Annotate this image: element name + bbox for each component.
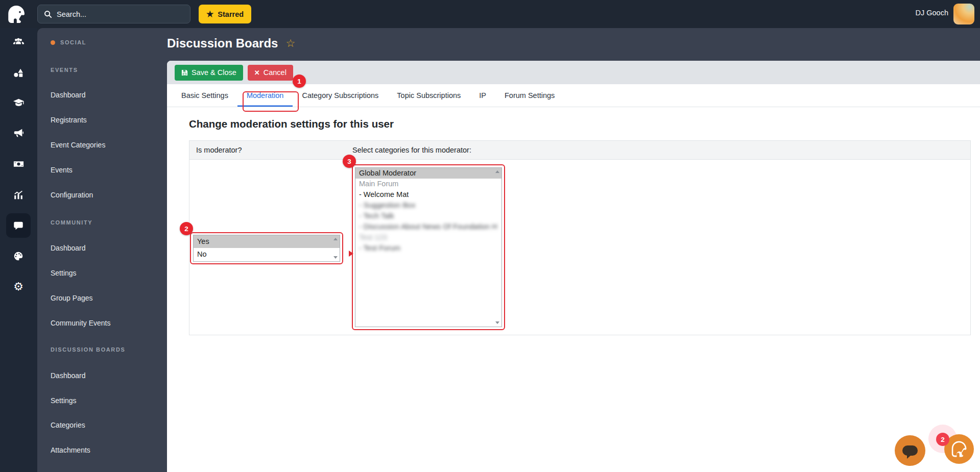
- sidebar-item-community-events[interactable]: Community Events: [51, 317, 110, 329]
- sidebar-item-community-dashboard[interactable]: Dashboard: [51, 242, 86, 254]
- tab-moderation[interactable]: Moderation: [237, 84, 293, 107]
- option-blurred-1[interactable]: - Suggestion Box: [355, 200, 501, 211]
- elephant-logo-icon: [6, 4, 27, 25]
- option-yes[interactable]: Yes: [194, 235, 340, 248]
- option-blurred-4[interactable]: Test 123: [355, 232, 501, 243]
- save-close-button[interactable]: Save & Close: [175, 65, 243, 81]
- option-main-forum[interactable]: Main Forum: [355, 179, 501, 189]
- option-blurred-5[interactable]: - Test Forum: [355, 243, 501, 254]
- option-no[interactable]: No: [194, 248, 340, 261]
- favorite-star-icon[interactable]: ☆: [285, 37, 295, 49]
- palette-icon[interactable]: [8, 246, 29, 266]
- search-box: [37, 5, 190, 23]
- sidebar-item-db-dashboard[interactable]: Dashboard: [51, 369, 86, 382]
- sidebar-section-label: SOCIAL: [60, 39, 86, 45]
- option-welcome-mat[interactable]: - Welcome Mat: [355, 189, 501, 200]
- chat-widget-button[interactable]: [895, 435, 925, 466]
- page-title-row: Discussion Boards ☆: [167, 36, 295, 51]
- user-name: DJ Gooch: [916, 9, 948, 17]
- search-input[interactable]: [57, 10, 184, 18]
- option-global-moderator[interactable]: Global Moderator: [355, 168, 501, 179]
- sidebar-item-db-categories[interactable]: Categories: [51, 419, 85, 431]
- tab-basic-settings[interactable]: Basic Settings: [172, 84, 237, 107]
- main-area: SOCIAL EVENTS Dashboard Registrants Even…: [37, 28, 980, 472]
- users-icon[interactable]: [8, 32, 29, 52]
- money-icon[interactable]: [8, 154, 29, 174]
- chat-bubble-icon: [902, 445, 918, 456]
- col-header-select-categories: Select categories for this moderator:: [346, 141, 970, 159]
- star-icon: ★: [206, 9, 213, 19]
- search-icon: [44, 10, 52, 18]
- close-icon: ✕: [254, 69, 260, 77]
- megaphone-icon[interactable]: [8, 123, 29, 143]
- content-panel: Save & Close ✕ Cancel Basic Settings Mod…: [167, 61, 980, 472]
- sidebar-item-configuration[interactable]: Configuration: [51, 189, 93, 201]
- tab-forum-settings[interactable]: Forum Settings: [495, 84, 564, 107]
- gear-icon[interactable]: ⚙: [8, 277, 29, 297]
- cancel-button[interactable]: ✕ Cancel: [248, 65, 293, 81]
- scroll-down-arrow[interactable]: [495, 321, 499, 324]
- sidebar-section-events: EVENTS: [51, 64, 78, 76]
- orange-dot-icon: [51, 40, 55, 45]
- tab-ip[interactable]: IP: [470, 84, 495, 107]
- col-header-is-moderator: Is moderator?: [189, 141, 346, 159]
- tab-category-subscriptions[interactable]: Category Subscriptions: [293, 84, 388, 107]
- chat-unread-badge: 2: [936, 433, 949, 446]
- chat-icon[interactable]: [8, 215, 29, 236]
- shapes-icon[interactable]: [8, 63, 29, 83]
- tab-topic-subscriptions[interactable]: Topic Subscriptions: [388, 84, 470, 107]
- starred-label: Starred: [218, 10, 244, 18]
- sidebar-section-community: COMMUNITY: [51, 216, 92, 229]
- toolbar: Save & Close ✕ Cancel: [167, 61, 980, 84]
- sidebar-section-discussion-boards: DISCUSSION BOARDS: [51, 343, 125, 356]
- section-heading: Change moderation settings for this user: [189, 118, 980, 130]
- is-moderator-listbox[interactable]: Yes No: [193, 235, 340, 262]
- graduation-cap-icon[interactable]: [8, 92, 29, 113]
- scroll-up-arrow[interactable]: [495, 170, 499, 173]
- sidebar-section-social[interactable]: SOCIAL: [51, 36, 86, 48]
- icon-rail: ⚙: [0, 28, 37, 472]
- sidebar-item-events-dashboard[interactable]: Dashboard: [51, 89, 86, 101]
- starred-button[interactable]: ★ Starred: [199, 5, 251, 23]
- save-icon: [181, 69, 188, 76]
- scroll-down-arrow[interactable]: [333, 256, 338, 259]
- page-title: Discussion Boards: [167, 36, 278, 51]
- chart-icon[interactable]: [8, 185, 29, 205]
- table-header-row: Is moderator? Select categories for this…: [189, 141, 970, 160]
- sidebar-item-community-settings[interactable]: Settings: [51, 267, 77, 279]
- top-bar: ★ Starred DJ Gooch: [0, 0, 980, 28]
- option-blurred-3[interactable]: - Discussion About News Of Foundation H: [355, 221, 501, 232]
- sidebar-item-registrants[interactable]: Registrants: [51, 114, 87, 126]
- sidebar-item-group-pages[interactable]: Group Pages: [51, 292, 93, 304]
- avatar[interactable]: [953, 4, 974, 24]
- sidebar-item-db-settings[interactable]: Settings: [51, 394, 77, 407]
- sidebar-item-db-attachments[interactable]: Attachments: [51, 444, 90, 456]
- sidebar-item-event-categories[interactable]: Event Categories: [51, 139, 105, 151]
- sidebar-item-events[interactable]: Events: [51, 164, 73, 176]
- tab-bar: Basic Settings Moderation Category Subsc…: [167, 84, 980, 107]
- categories-listbox[interactable]: Global Moderator Main Forum - Welcome Ma…: [355, 167, 502, 327]
- elephant-icon: [949, 439, 969, 459]
- option-blurred-2[interactable]: - Tech Talk: [355, 211, 501, 221]
- scroll-up-arrow[interactable]: [333, 238, 338, 240]
